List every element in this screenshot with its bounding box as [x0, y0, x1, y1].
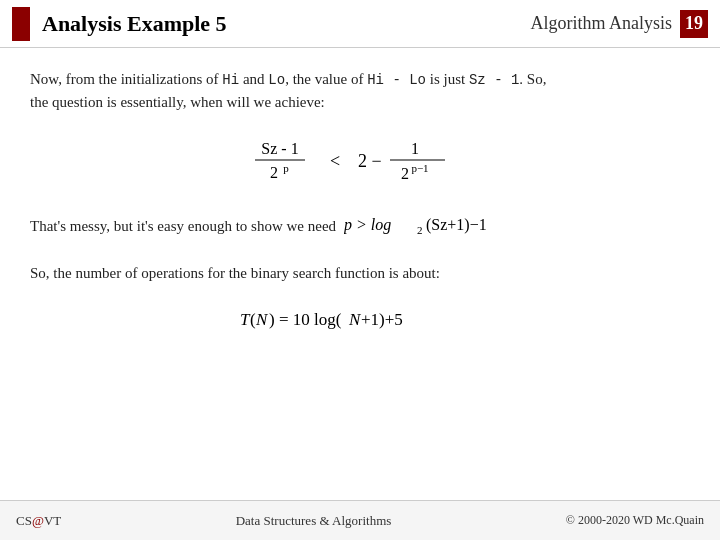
header-accent-bar	[12, 7, 30, 41]
svg-text:1: 1	[411, 140, 419, 157]
header: Analysis Example 5 Algorithm Analysis 19	[0, 0, 720, 48]
formula-1: Sz - 1 2 p < 2 − 1 2 p−1	[30, 132, 690, 192]
footer-vt: VT	[44, 513, 61, 528]
main-content: Now, from the initializations of Hi and …	[0, 48, 720, 500]
footer-cs: CS	[16, 513, 32, 528]
footer-right: © 2000-2020 WD Mc.Quain	[566, 513, 704, 528]
svg-text:2 −: 2 −	[358, 151, 382, 171]
svg-text:<: <	[330, 151, 340, 171]
footer-center: Data Structures & Algorithms	[236, 513, 392, 529]
svg-text:+1)+5: +1)+5	[361, 310, 403, 329]
svg-text:Sz - 1: Sz - 1	[261, 140, 298, 157]
code-sz-expr: Sz - 1	[469, 72, 519, 88]
svg-text:2: 2	[401, 165, 409, 182]
footer: CS@VT Data Structures & Algorithms © 200…	[0, 500, 720, 540]
svg-text:N: N	[255, 310, 269, 329]
header-section: Algorithm Analysis	[530, 13, 672, 34]
inline-formula-p: p > log 2 (Sz+1)−1	[344, 210, 499, 245]
header-page-number: 19	[680, 10, 708, 38]
formula-2: T ( N ) = 10 log( N +1)+5	[30, 303, 690, 335]
svg-text:(Sz+1)−1: (Sz+1)−1	[426, 216, 487, 234]
code-hi-lo-expr: Hi - Lo	[367, 72, 426, 88]
svg-text:) = 10 log(: ) = 10 log(	[269, 310, 342, 329]
paragraph-1: Now, from the initializations of Hi and …	[30, 68, 690, 114]
footer-at: @	[32, 513, 44, 528]
svg-text:p > log: p > log	[344, 216, 391, 234]
header-right: Algorithm Analysis 19	[530, 10, 708, 38]
svg-text:p−1: p−1	[411, 162, 428, 174]
page-title: Analysis Example 5	[42, 11, 530, 37]
code-hi: Hi	[222, 72, 239, 88]
svg-text:2: 2	[417, 224, 423, 236]
code-lo: Lo	[268, 72, 285, 88]
paragraph-2: That's messy, but it's easy enough to sh…	[30, 210, 690, 245]
svg-text:p: p	[283, 162, 289, 174]
paragraph-3: So, the number of operations for the bin…	[30, 262, 690, 285]
footer-left: CS@VT	[16, 513, 61, 529]
svg-text:2: 2	[270, 164, 278, 181]
svg-text:N: N	[348, 310, 362, 329]
